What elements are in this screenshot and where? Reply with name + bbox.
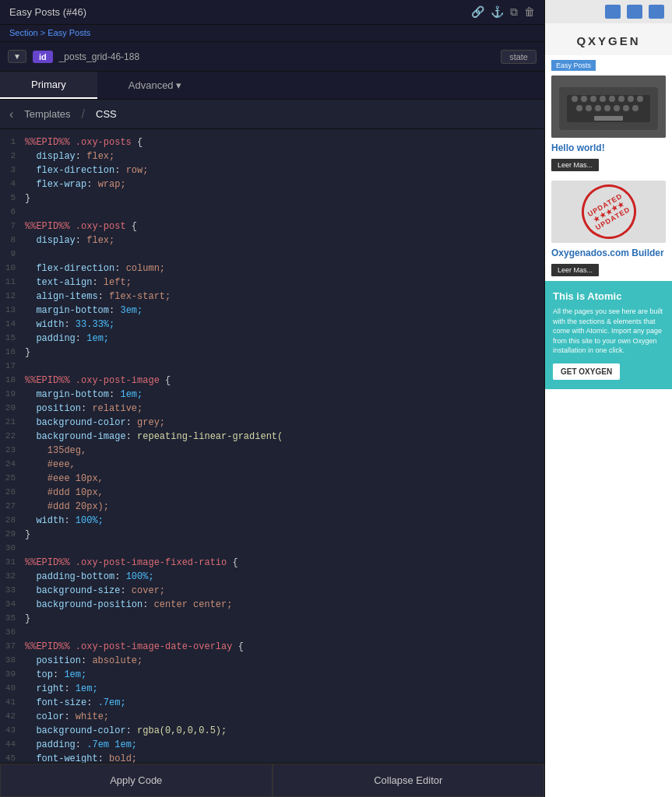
code-line: 12 align-items: flex-start; <box>0 290 544 304</box>
tab-primary[interactable]: Primary <box>0 72 97 99</box>
svg-point-3 <box>572 96 578 102</box>
code-line: 21 background-color: grey; <box>0 416 544 430</box>
back-button[interactable]: ‹ <box>9 107 13 121</box>
svg-rect-18 <box>594 116 623 121</box>
post-image-2: UPDATED★★★★★UPDATED <box>551 181 666 243</box>
post-title-2: Oxygenados.com Builder <box>551 248 666 258</box>
code-line: 11 text-align: left; <box>0 276 544 290</box>
post-btn-2[interactable]: Leer Mas... <box>551 264 599 276</box>
tab-advanced[interactable]: Advanced ▾ <box>97 72 213 99</box>
code-line: 24 #eee, <box>0 458 544 472</box>
code-line: 5} <box>0 191 544 205</box>
code-line: 27 #ddd 20px); <box>0 500 544 514</box>
apply-code-button[interactable]: Apply Code <box>0 764 273 797</box>
footer-bar: Apply Code Collapse Editor <box>0 763 544 797</box>
subtabs-bar: ‹ Templates / CSS <box>0 100 544 129</box>
copy-icon[interactable]: ⧉ <box>510 5 518 19</box>
code-line: 13 margin-bottom: 3em; <box>0 304 544 318</box>
breadcrumb-link[interactable]: Easy Posts <box>47 28 90 37</box>
id-badge: id <box>33 51 53 63</box>
easy-posts-badge: Easy Posts <box>551 60 596 71</box>
promo-title: This is Atomic <box>553 290 664 302</box>
svg-point-10 <box>637 96 643 102</box>
code-line: 35} <box>0 612 544 626</box>
promo-text: All the pages you see here are built wit… <box>553 307 664 356</box>
code-line: 38 position: absolute; <box>0 654 544 668</box>
post-title-1: Hello world! <box>551 142 666 153</box>
code-line: 14 width: 33.33%; <box>0 318 544 332</box>
state-button[interactable]: state <box>501 50 537 64</box>
svg-point-5 <box>590 96 596 102</box>
code-line: 42 color: white; <box>0 710 544 724</box>
panel-title: Easy Posts (#46) <box>9 6 86 18</box>
code-line: 44 padding: .7em 1em; <box>0 738 544 752</box>
promo-section: This is Atomic All the pages you see her… <box>545 281 672 389</box>
code-line: 3 flex-direction: row; <box>0 163 544 177</box>
code-line: 17 <box>0 360 544 374</box>
code-line: 29} <box>0 528 544 542</box>
post-image-1 <box>551 75 666 138</box>
post-card-1: Hello world! Leer Mas... <box>545 71 672 176</box>
element-type-dropdown[interactable]: ▼ <box>8 50 26 63</box>
left-panel: Easy Posts (#46) 🔗 ⚓ ⧉ 🗑 Section > Easy … <box>0 0 545 797</box>
code-line: 26 #ddd 10px, <box>0 486 544 500</box>
code-line: 41 font-size: .7em; <box>0 696 544 710</box>
breadcrumb: Section > Easy Posts <box>0 25 544 42</box>
code-line: 33 background-size: cover; <box>0 584 544 598</box>
code-line: 15 padding: 1em; <box>0 332 544 346</box>
code-line: 40 right: 1em; <box>0 682 544 696</box>
code-line: 8 display: flex; <box>0 233 544 248</box>
code-line: 25 #eee 10px, <box>0 472 544 486</box>
collapse-editor-button[interactable]: Collapse Editor <box>273 764 545 797</box>
svg-point-9 <box>628 96 634 102</box>
code-line: 32 padding-bottom: 100%; <box>0 570 544 584</box>
svg-point-13 <box>595 105 601 111</box>
code-line: 43 background-color: rgba(0,0,0,0.5); <box>0 724 544 738</box>
svg-point-6 <box>600 96 606 102</box>
code-line: 36 <box>0 626 544 640</box>
header-icons: 🔗 ⚓ ⧉ 🗑 <box>471 5 535 19</box>
code-line: 28 width: 100%; <box>0 514 544 528</box>
subtab-css[interactable]: CSS <box>93 107 120 121</box>
code-line: 4 flex-wrap: wrap; <box>0 177 544 191</box>
code-line: 39 top: 1em; <box>0 668 544 682</box>
stamp-icon: UPDATED★★★★★UPDATED <box>572 181 646 243</box>
code-line: 34 background-position: center center; <box>0 598 544 612</box>
code-line: 7%%EPID%% .oxy-post { <box>0 219 544 233</box>
code-line: 37%%EPID%% .oxy-post-image-date-overlay … <box>0 640 544 654</box>
social-icon-1[interactable] <box>605 5 621 19</box>
social-icon-3[interactable] <box>649 5 664 19</box>
code-line: 20 position: relative; <box>0 402 544 416</box>
svg-point-12 <box>586 105 592 111</box>
code-line: 45 font-weight: bold; <box>0 752 544 763</box>
link-icon[interactable]: 🔗 <box>471 5 484 19</box>
svg-point-11 <box>576 105 582 111</box>
trash-icon[interactable]: 🗑 <box>524 5 535 19</box>
social-icon-2[interactable] <box>627 5 642 19</box>
code-line: 30 <box>0 542 544 556</box>
preview-area: Easy Posts <box>545 55 672 797</box>
code-line: 19 margin-bottom: 1em; <box>0 388 544 402</box>
svg-point-14 <box>604 105 610 111</box>
svg-point-17 <box>632 105 639 111</box>
oxygen-logo: QXYGEN <box>545 23 672 55</box>
preview-section: Easy Posts <box>545 55 672 281</box>
svg-point-4 <box>581 96 587 102</box>
post-btn-1[interactable]: Leer Mas... <box>551 159 599 171</box>
code-line: 16} <box>0 346 544 360</box>
promo-button[interactable]: GET OXYGEN <box>553 363 620 380</box>
code-line: 18%%EPID%% .oxy-post-image { <box>0 374 544 388</box>
code-line: 22 background-image: repeating-linear-gr… <box>0 430 544 444</box>
code-line: 1%%EPID%% .oxy-posts { <box>0 135 544 149</box>
selector-bar: ▼ id _posts_grid-46-188 state <box>0 42 544 72</box>
chain-icon[interactable]: ⚓ <box>491 5 504 19</box>
svg-point-16 <box>623 105 629 111</box>
code-line: 2 display: flex; <box>0 149 544 163</box>
header-bar: Easy Posts (#46) 🔗 ⚓ ⧉ 🗑 <box>0 0 544 25</box>
subtab-templates[interactable]: Templates <box>21 107 73 121</box>
code-line: 10 flex-direction: column; <box>0 262 544 276</box>
post-card-2: UPDATED★★★★★UPDATED Oxygenados.com Build… <box>545 176 672 281</box>
svg-point-7 <box>609 96 615 102</box>
code-editor[interactable]: 1%%EPID%% .oxy-posts {2 display: flex;3 … <box>0 129 544 763</box>
top-icons-bar <box>545 0 672 23</box>
